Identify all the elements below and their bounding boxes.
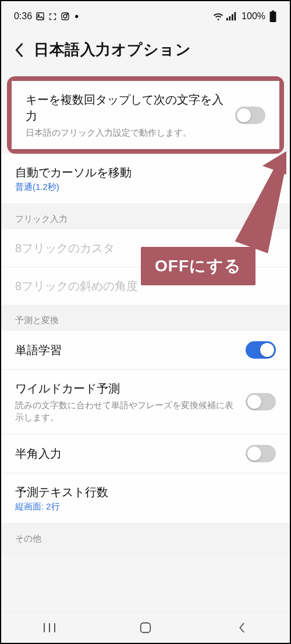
svg-point-1 bbox=[38, 15, 39, 16]
setting-word-learning-title: 単語学習 bbox=[15, 342, 239, 358]
setting-cursor-value: 普通(1.2秒) bbox=[15, 182, 276, 193]
setting-8flick-custom-title: 8フリックのカスタ bbox=[15, 240, 276, 256]
page-title: 日本語入力オプション bbox=[34, 40, 191, 60]
svg-rect-0 bbox=[37, 13, 44, 20]
svg-point-4 bbox=[67, 14, 68, 15]
section-header-predict: 予測と変換 bbox=[1, 305, 290, 331]
setting-word-learning[interactable]: 単語学習 bbox=[1, 331, 290, 370]
setting-predict-lines[interactable]: 予測テキスト行数 縦画面: 2行 bbox=[1, 473, 290, 523]
svg-rect-5 bbox=[226, 18, 228, 21]
svg-rect-10 bbox=[270, 12, 276, 22]
svg-point-3 bbox=[63, 15, 67, 18]
setting-multitap[interactable]: キーを複数回タップして次の文字を入力 日本語のフリック入力設定で動作します。 bbox=[12, 81, 279, 149]
nav-home-button[interactable] bbox=[125, 621, 166, 634]
clock-text: 0:36 bbox=[14, 11, 32, 22]
setting-8flick-angle[interactable]: 8フリックの斜めの角度 bbox=[1, 267, 290, 305]
setting-cursor[interactable]: 自動でカーソルを移動 普通(1.2秒) bbox=[1, 154, 290, 203]
section-header-flick: フリック入力 bbox=[1, 203, 290, 229]
signal-icon bbox=[226, 12, 237, 21]
svg-rect-8 bbox=[235, 12, 236, 20]
setting-cursor-title: 自動でカーソルを移動 bbox=[15, 164, 276, 181]
toggle-word-learning[interactable] bbox=[246, 341, 276, 359]
nav-back-button[interactable] bbox=[221, 621, 262, 634]
status-bar: 0:36 • 100% bbox=[1, 1, 290, 29]
setting-halfwidth[interactable]: 半角入力 bbox=[1, 434, 290, 473]
highlight-box: キーを複数回タップして次の文字を入力 日本語のフリック入力設定で動作します。 bbox=[7, 76, 284, 154]
setting-halfwidth-title: 半角入力 bbox=[15, 445, 239, 462]
battery-text: 100% bbox=[242, 11, 265, 22]
svg-rect-15 bbox=[141, 622, 151, 632]
settings-header: 日本語入力オプション bbox=[1, 29, 290, 76]
setting-multitap-title: キーを複数回タップして次の文字を入力 bbox=[26, 91, 228, 124]
setting-8flick-angle-title: 8フリックの斜めの角度 bbox=[15, 278, 276, 294]
setting-predict-lines-value: 縦画面: 2行 bbox=[15, 501, 276, 512]
svg-rect-9 bbox=[272, 10, 274, 12]
battery-icon bbox=[269, 10, 277, 22]
svg-rect-7 bbox=[232, 14, 233, 20]
instagram-icon bbox=[61, 12, 70, 21]
setting-wildcard-sub: 読みの文字数に合わせて単語やフレーズを変換候補に表示します。 bbox=[15, 399, 239, 423]
setting-8flick-custom[interactable]: 8フリックのカスタ bbox=[1, 229, 290, 267]
status-left: 0:36 • bbox=[14, 11, 79, 22]
toggle-halfwidth[interactable] bbox=[246, 445, 276, 462]
status-right: 100% bbox=[212, 10, 277, 22]
setting-wildcard-title: ワイルドカード予測 bbox=[15, 380, 239, 397]
back-icon[interactable] bbox=[14, 42, 24, 58]
svg-rect-6 bbox=[229, 16, 231, 20]
setting-predict-lines-title: 予測テキスト行数 bbox=[15, 484, 276, 500]
nav-recents-button[interactable] bbox=[29, 622, 70, 633]
section-header-other: その他 bbox=[1, 523, 290, 555]
toggle-multitap[interactable] bbox=[235, 107, 265, 124]
toggle-wildcard[interactable] bbox=[246, 393, 276, 411]
wifi-icon bbox=[212, 12, 224, 21]
fullscreen-icon bbox=[48, 12, 57, 21]
navigation-bar bbox=[1, 611, 290, 643]
setting-multitap-sub: 日本語のフリック入力設定で動作します。 bbox=[26, 126, 228, 139]
setting-wildcard[interactable]: ワイルドカード予測 読みの文字数に合わせて単語やフレーズを変換候補に表示します。 bbox=[1, 370, 290, 434]
image-icon bbox=[36, 12, 45, 21]
